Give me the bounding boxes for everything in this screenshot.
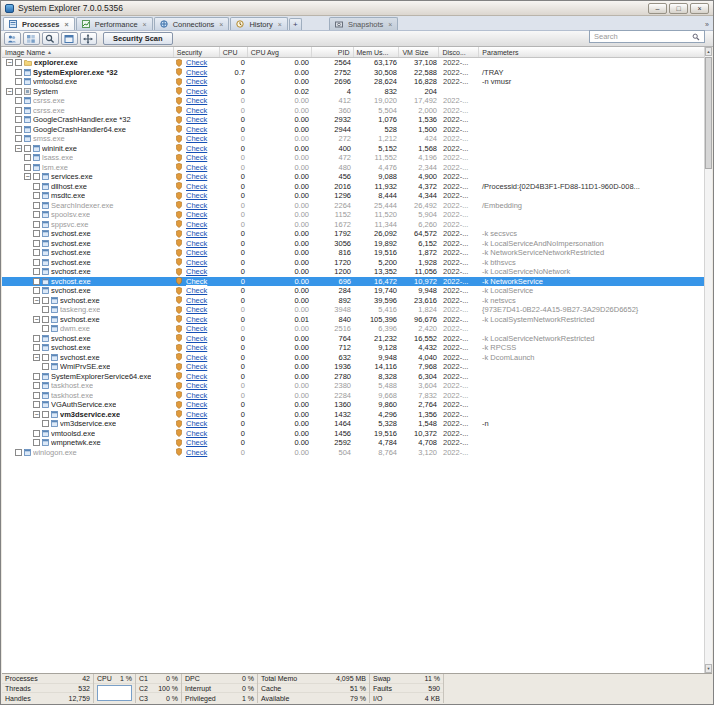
tab-close-icon[interactable]: × [143,21,147,28]
process-checkbox[interactable] [33,344,40,351]
security-check-link[interactable]: Check [186,296,207,305]
process-row[interactable]: −svchost.exeCheck00.0089239,59623,616202… [2,296,707,306]
tree-expander-icon[interactable]: − [33,316,40,323]
process-checkbox[interactable] [33,249,40,256]
process-row[interactable]: svchost.exeCheck00.0081619,5161,8722022-… [2,248,707,258]
process-row[interactable]: csrss.exeCheck00.003605,5042,0002022-... [2,106,707,116]
security-check-link[interactable]: Check [186,353,207,362]
process-row[interactable]: msdtc.exeCheck00.0012968,4444,3442022-..… [2,191,707,201]
titlebar[interactable]: System Explorer 7.0.0.5356 – □ × [1,1,713,16]
tab-snapshots[interactable]: Snapshots× [329,17,399,30]
process-checkbox[interactable] [33,221,40,228]
process-row[interactable]: VGAuthService.exeCheck00.0013609,8602,76… [2,400,707,410]
tab-processes[interactable]: Processes× [3,17,75,30]
security-check-link[interactable]: Check [186,77,207,86]
process-checkbox[interactable] [42,316,49,323]
process-checkbox[interactable] [24,145,31,152]
process-checkbox[interactable] [33,392,40,399]
process-row[interactable]: SystemExplorer.exe *32Check0.70.00275230… [2,68,707,78]
process-checkbox[interactable] [42,411,49,418]
scroll-up-icon[interactable]: ▲ [705,47,712,56]
column-header-parameters[interactable]: Parameters [479,47,707,57]
processes-view-button[interactable] [4,32,21,45]
security-check-link[interactable]: Check [186,248,207,257]
security-check-link[interactable]: Check [186,334,207,343]
process-row[interactable]: spoolsv.exeCheck00.00115211,5205,9042022… [2,210,707,220]
process-checkbox[interactable] [33,439,40,446]
security-check-link[interactable]: Check [186,400,207,409]
security-check-link[interactable]: Check [186,391,207,400]
column-header-pid[interactable]: PID [312,47,354,57]
tab-connections[interactable]: Connections× [154,17,230,30]
process-checkbox[interactable] [42,363,49,370]
security-check-link[interactable]: Check [186,163,207,172]
process-row[interactable]: smss.exeCheck00.002721,2124242022-... [2,134,707,144]
process-checkbox[interactable] [33,183,40,190]
process-checkbox[interactable] [33,202,40,209]
process-checkbox[interactable] [15,78,22,85]
security-check-link[interactable]: Check [186,448,207,457]
security-check-link[interactable]: Check [186,220,207,229]
scroll-down-icon[interactable]: ▼ [705,664,712,673]
security-check-link[interactable]: Check [186,115,207,124]
process-checkbox[interactable] [15,97,22,104]
process-checkbox[interactable] [33,211,40,218]
tree-expander-icon[interactable]: − [15,145,22,152]
security-check-link[interactable]: Check [186,144,207,153]
process-row[interactable]: svchost.exeCheck00.00120013,35211,056202… [2,267,707,277]
modules-view-button[interactable] [23,32,40,45]
process-row[interactable]: GoogleCrashHandler64.exeCheck00.00294452… [2,125,707,135]
process-row[interactable]: dwm.exeCheck00.0025166,3962,4202022-... [2,324,707,334]
process-checkbox[interactable] [24,164,31,171]
process-checkbox[interactable] [33,268,40,275]
tree-expander-icon[interactable]: − [6,88,13,95]
security-check-link[interactable]: Check [186,96,207,105]
process-row[interactable]: −services.exeCheck00.004569,0884,9002022… [2,172,707,182]
process-checkbox[interactable] [15,107,22,114]
new-tab-button[interactable]: + [289,18,302,30]
security-check-link[interactable]: Check [186,362,207,371]
process-row[interactable]: vm3dservice.exeCheck00.0014645,3281,5482… [2,419,707,429]
process-row[interactable]: svchost.exeCheck00.0028419,7409,9482022-… [2,286,707,296]
process-row[interactable]: lsm.exeCheck00.004804,4762,3442022-... [2,163,707,173]
process-row[interactable]: −vm3dservice.exeCheck00.0014324,2961,356… [2,410,707,420]
tab-close-icon[interactable]: × [278,21,282,28]
security-check-link[interactable]: Check [186,201,207,210]
process-checkbox[interactable] [33,430,40,437]
column-header-security[interactable]: Security [174,47,220,57]
tab-overflow-chevron[interactable]: » [705,21,711,30]
process-checkbox[interactable] [33,259,40,266]
security-check-link[interactable]: Check [186,419,207,428]
process-checkbox[interactable] [33,192,40,199]
process-checkbox[interactable] [42,420,49,427]
process-checkbox[interactable] [42,306,49,313]
maximize-button[interactable]: □ [669,3,688,14]
security-check-link[interactable]: Check [186,68,207,77]
process-row[interactable]: SearchIndexer.exeCheck00.00226425,44426,… [2,201,707,211]
search-input[interactable] [592,31,692,42]
column-header-vm-size[interactable]: VM Size [399,47,439,57]
process-row[interactable]: −svchost.exeCheck00.006329,9484,0402022-… [2,353,707,363]
process-row[interactable]: GoogleCrashHandler.exe *32Check00.002932… [2,115,707,125]
process-checkbox[interactable] [33,373,40,380]
process-checkbox[interactable] [42,297,49,304]
process-row[interactable]: taskeng.exeCheck00.0039485,4161,8242022-… [2,305,707,315]
process-row[interactable]: taskhost.exeCheck00.0022849,6687,8322022… [2,391,707,401]
tab-performance[interactable]: Performance× [76,17,153,30]
security-check-link[interactable]: Check [186,182,207,191]
process-checkbox[interactable] [15,135,22,142]
process-row[interactable]: dllhost.exeCheck00.00201611,9324,3722022… [2,182,707,192]
security-check-link[interactable]: Check [186,258,207,267]
security-check-link[interactable]: Check [186,172,207,181]
tab-close-icon[interactable]: × [65,21,69,28]
process-checkbox[interactable] [15,59,22,66]
process-checkbox[interactable] [15,449,22,456]
process-checkbox[interactable] [33,230,40,237]
process-row[interactable]: vmtoolsd.exeCheck00.00269628,62416,82820… [2,77,707,87]
process-row[interactable]: svchost.exeCheck00.00305619,8926,1522022… [2,239,707,249]
process-checkbox[interactable] [33,278,40,285]
process-checkbox[interactable] [42,354,49,361]
process-row[interactable]: csrss.exeCheck00.0041219,02017,4922022-.… [2,96,707,106]
tab-history[interactable]: History× [230,17,287,30]
security-check-link[interactable]: Check [186,153,207,162]
